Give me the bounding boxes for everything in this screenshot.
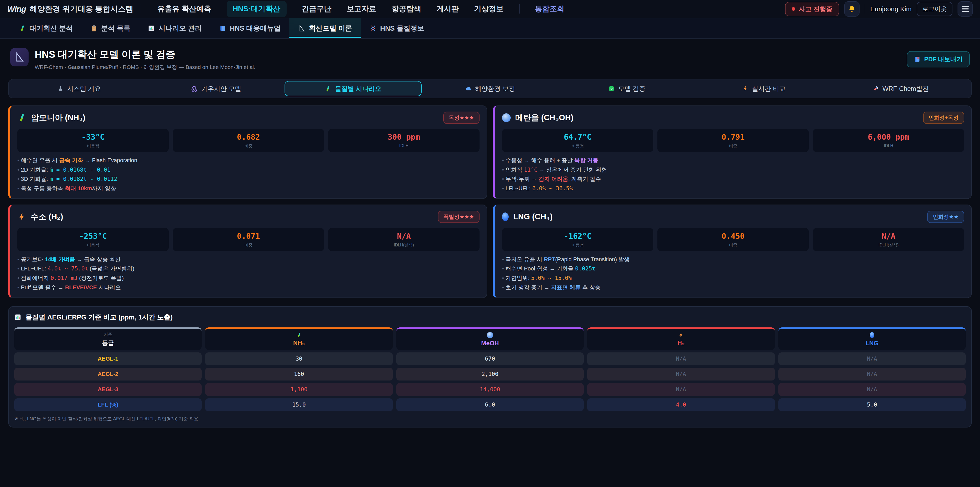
cell-value: 2,100: [396, 368, 584, 380]
substance-name: 수소 (H₂): [30, 211, 63, 222]
test-tube-icon: [19, 25, 26, 32]
dna-icon: [369, 25, 377, 32]
app-root: Wing 해양환경 위기대응 통합시스템 유출유 확산예측 HNS·대기확산 긴…: [0, 0, 980, 487]
set-square-icon: [298, 25, 305, 32]
stat-boiling-point: -162°C비등점: [502, 228, 653, 251]
nav-item-emergency[interactable]: 긴급구난: [302, 4, 331, 14]
table-row-aegl2: AEGL-2 160 2,100 N/A N/A: [14, 368, 966, 380]
brand-title: 해양환경 위기대응 통합시스템: [30, 4, 134, 14]
header-meoh: MeOH: [396, 327, 584, 350]
table-header-row: 기준 등급 NH₃ MeOH H₂ LNG: [14, 327, 966, 350]
cell-value: 5.0: [778, 398, 966, 411]
hazard-badge: 폭발성★★★: [438, 211, 479, 223]
incident-status-badge: 사고 진행중: [785, 2, 839, 16]
bullet-item: 초기 냉각 증기 → 지표면 체류 후 상승: [502, 284, 964, 291]
bell-icon: [848, 5, 856, 13]
stat-boiling-point: 64.7°C비등점: [502, 129, 653, 152]
clipboard-icon: [90, 25, 97, 32]
nav-right: 사고 진행중 Eunjeong Kim 로그아웃: [785, 1, 973, 17]
bullet-item: Puff 모델 필수 → BLEVE/VCE 시나리오: [18, 284, 479, 291]
spiral-icon: [191, 85, 197, 92]
cell-value: 160: [205, 368, 393, 380]
bullet-item: 공기보다 14배 가벼움 → 급속 상승 확산: [18, 255, 479, 263]
page-subtitle: WRF-Chem · Gaussian Plume/Puff · ROMS · …: [35, 64, 255, 71]
table-row-aegl1: AEGL-1 30 670 N/A N/A: [14, 353, 966, 365]
substance-name: 암모니아 (NH₃): [31, 112, 85, 123]
subtab-diffusion-analysis[interactable]: 대기확산 분석: [10, 18, 82, 38]
card-ammonia: 암모니아 (NH₃) 독성★★★ -33°C비등점 0.682비중 300 pp…: [8, 105, 487, 199]
tab-model-validation[interactable]: 모델 검증: [558, 81, 695, 96]
cell-value: N/A: [778, 353, 966, 365]
brand-logo-icon: Wing: [7, 4, 26, 14]
logout-button[interactable]: 로그아웃: [917, 2, 953, 16]
cell-value: N/A: [587, 353, 775, 365]
subtab-hns-substance-info[interactable]: HNS 물질정보: [361, 18, 433, 38]
flask-icon: [57, 86, 64, 92]
lightning-icon: [742, 86, 748, 92]
nav-item-aerial-search[interactable]: 항공탐색: [392, 4, 422, 14]
bullet-item: 가연범위: 5.0% ~ 15.0%: [502, 274, 964, 282]
stat-boiling-point: -33°C비등점: [18, 129, 169, 152]
cell-value: 670: [396, 353, 584, 365]
table-footnote: ※ H₂, LNG는 독성이 아닌 질식/인화성 위험으로 AEGL 대신 LF…: [14, 416, 966, 422]
bar-chart-icon: [14, 314, 21, 321]
stat-idlh: N/AIDLH(질식): [813, 228, 964, 251]
notifications-button[interactable]: [844, 1, 859, 17]
bullet-item: 수용성 → 해수 용해 + 증발 복합 거동: [502, 156, 964, 164]
tab-substance-scenarios[interactable]: 물질별 시나리오: [285, 81, 422, 96]
menu-button[interactable]: [958, 1, 973, 17]
tab-realtime-comparison[interactable]: 실시간 비교: [695, 81, 832, 96]
pdf-book-icon: [914, 56, 921, 62]
pdf-export-button[interactable]: PDF 내보내기: [907, 51, 970, 67]
bullet-item: LFL~UFL: 6.0% ~ 36.5%: [502, 185, 964, 192]
divider: [519, 4, 520, 14]
tab-wrf-chem-advancement[interactable]: WRF-Chem발전: [832, 81, 969, 96]
cell-value: N/A: [778, 383, 966, 396]
page-header: HNS 대기확산 모델 이론 및 검증 WRF-Chem · Gaussian …: [0, 39, 980, 76]
nav-item-weather[interactable]: 기상정보: [474, 4, 504, 14]
nav-item-oil-spill[interactable]: 유출유 확산예측: [158, 4, 211, 14]
nav-item-hns-diffusion[interactable]: HNS·대기확산: [227, 1, 286, 17]
rocket-icon: [873, 86, 879, 92]
main-menu: 유출유 확산예측 HNS·대기확산 긴급구난 보고자료 항공탐색 게시판 기상정…: [158, 1, 565, 17]
subtab-diffusion-model-theory[interactable]: 확산모델 이론: [290, 18, 361, 38]
subtab-analysis-list[interactable]: 분석 목록: [82, 18, 139, 38]
substance-name: 메탄올 (CH₃OH): [515, 112, 573, 123]
tab-marine-environment-correction[interactable]: 해양환경 보정: [422, 81, 558, 96]
card-lng: LNG (CH₄) 인화성★★ -162°C비등점 0.450비중 N/AIDL…: [493, 204, 972, 298]
cell-value: 4.0: [587, 398, 775, 411]
bullet-item: 인화점 11°C → 상온에서 증기 인화 위험: [502, 166, 964, 174]
nav-item-board[interactable]: 게시판: [437, 4, 459, 14]
lightning-icon: [678, 332, 684, 338]
molecule-orb-icon: [502, 113, 511, 122]
page-title-block: HNS 대기확산 모델 이론 및 검증 WRF-Chem · Gaussian …: [35, 48, 255, 71]
aegl-comparison-section: 물질별 AEGL/ERPG 기준 비교 (ppm, 1시간 노출) 기준 등급 …: [8, 306, 972, 428]
tab-system-overview[interactable]: 시스템 개요: [11, 81, 148, 96]
cell-value: 1,100: [205, 383, 393, 396]
molecule-orb-icon: [487, 332, 493, 338]
substance-name: LNG (CH₄): [513, 212, 552, 221]
cell-value: N/A: [587, 368, 775, 380]
tab-gaussian-model[interactable]: 가우시안 모델: [148, 81, 285, 96]
sub-navbar: 대기확산 분석 분석 목록 시나리오 관리 HNS 대응매뉴얼 확산모델 이론 …: [0, 18, 980, 39]
nav-item-integrated-search[interactable]: 통합조회: [535, 4, 565, 14]
card-hydrogen: 수소 (H₂) 폭발성★★★ -253°C비등점 0.071비중 N/AIDLH…: [8, 204, 487, 298]
bullet-item: 2D 기화율: ṁ = 0.0168t - 0.01: [18, 166, 479, 174]
test-tube-icon: [325, 85, 331, 92]
stat-idlh: 6,000 ppmIDLH: [813, 129, 964, 152]
cell-value: 15.0: [205, 398, 393, 411]
bullet-item: 점화에너지 0.017 mJ (정전기로도 폭발): [18, 274, 479, 282]
cell-value: N/A: [587, 383, 775, 396]
table-row-aegl3: AEGL-3 1,100 14,000 N/A N/A: [14, 383, 966, 396]
cell-value: N/A: [778, 368, 966, 380]
bullet-item: 3D 기화율: ṁ = 0.0182t - 0.0112: [18, 175, 479, 183]
bullet-item: 극저온 유출 시 RPT(Rapid Phase Transition) 발생: [502, 255, 964, 263]
nav-item-reports[interactable]: 보고자료: [347, 4, 376, 14]
subtab-scenario-management[interactable]: 시나리오 관리: [139, 18, 210, 38]
bullet-item: 해수면 Pool 형성 → 기화율 0.025t: [502, 265, 964, 273]
stat-specific-gravity: 0.791비중: [657, 129, 809, 152]
stat-boiling-point: -253°C비등점: [18, 228, 169, 251]
table-row-lfl: LFL (%) 15.0 6.0 4.0 5.0: [14, 398, 966, 411]
header-h2: H₂: [587, 327, 775, 350]
subtab-hns-manual[interactable]: HNS 대응매뉴얼: [210, 18, 290, 38]
